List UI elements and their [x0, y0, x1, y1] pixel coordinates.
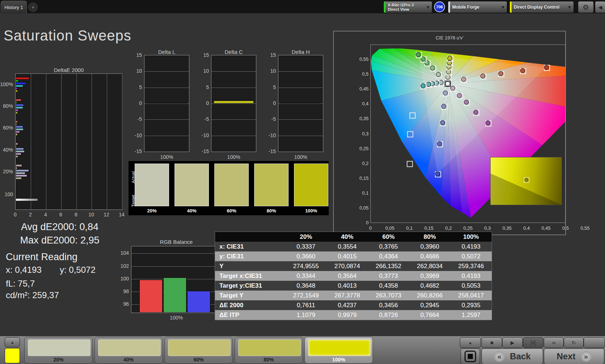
table-cell[interactable]: 0,5072: [450, 253, 492, 260]
chevrons-left-icon: «: [494, 351, 505, 362]
measurement-table: 20%40%60%80%100%x: CIE310,33370,35540,37…: [215, 232, 492, 320]
cie-zoom-inset[interactable]: [490, 157, 562, 205]
blank-button[interactable]: [584, 337, 605, 348]
meter-selector[interactable]: X-Rite i1Pro 3 Direct View ▼: [383, 1, 432, 13]
table-cell[interactable]: 270,0874: [327, 263, 368, 270]
deltae-bar-60%-red: [16, 120, 18, 123]
table-cell[interactable]: 0,3554: [327, 243, 368, 250]
table-cell[interactable]: 0,4237: [327, 302, 368, 309]
transport-up-button[interactable]: ▲: [460, 337, 481, 348]
table-cell[interactable]: 0,9979: [327, 312, 368, 319]
marker-button[interactable]: [•]: [523, 337, 543, 348]
sweep-swatch: [308, 339, 371, 356]
sweep-button-40%[interactable]: 40%: [94, 337, 163, 364]
stop-button[interactable]: ■: [482, 337, 502, 348]
table-cell[interactable]: 0,2945: [409, 302, 450, 309]
table-row: Y274,9555270,0874266,1352262,8034259,374…: [215, 261, 492, 271]
cie-y-tick: 0,05: [355, 205, 369, 211]
current-y: y: 0,5072: [60, 265, 96, 275]
sweep-button-20%[interactable]: 20%: [24, 337, 93, 364]
sweep-button-100%[interactable]: 100%: [304, 337, 373, 364]
table-cell[interactable]: 0,8726: [368, 312, 409, 319]
table-cell[interactable]: 0,4193: [450, 243, 492, 250]
rgb-bar-green: [163, 278, 186, 313]
deltae-bar-100%-red: [16, 77, 29, 80]
table-cell[interactable]: 0,4193: [450, 272, 492, 280]
measured-point-marker: [520, 68, 525, 73]
refresh-button[interactable]: ↻: [564, 337, 584, 348]
table-cell[interactable]: 260,8266: [409, 292, 450, 299]
table-cell[interactable]: 0,2935: [450, 302, 492, 309]
table-cell[interactable]: 0,3765: [368, 243, 409, 250]
table-cell[interactable]: 272,1549: [285, 292, 327, 299]
table-cell[interactable]: 1,2597: [450, 312, 492, 319]
measured-point-marker: [421, 84, 425, 88]
measurement-count-badge[interactable]: 706: [434, 1, 445, 12]
tab-history-1[interactable]: History 1: [1, 1, 27, 14]
table-cell[interactable]: 0,3564: [327, 272, 368, 280]
play-icon: ▶: [511, 340, 514, 346]
table-cell[interactable]: 0,4682: [409, 282, 450, 289]
display-control-selector[interactable]: Direct Display Control ▼: [509, 1, 574, 13]
table-cell[interactable]: 0,7664: [409, 312, 450, 319]
infinity-button[interactable]: ∞: [544, 337, 564, 348]
top-bar: History 1 + X-Rite i1Pro 3 Direct View ▼…: [0, 0, 605, 14]
gridline: [107, 74, 107, 209]
max-de2000: Max dE2000: 2,95: [4, 235, 116, 246]
sweep-button-80%[interactable]: 80%: [235, 337, 303, 364]
back-button[interactable]: « Back: [482, 348, 543, 364]
table-cell[interactable]: 266,1352: [368, 263, 409, 270]
play-button[interactable]: ▶: [502, 337, 523, 348]
current-color-chip[interactable]: [5, 348, 20, 363]
measured-point-marker: [441, 104, 446, 109]
compare-swatch-60%: [214, 164, 249, 206]
swatch-compare-panel: ActualTarget20%40%60%80%100%: [129, 161, 329, 215]
table-cell[interactable]: 0,4015: [327, 253, 368, 260]
refresh-icon: ↻: [572, 340, 576, 346]
table-cell[interactable]: 1,1079: [285, 312, 327, 319]
add-tab-button[interactable]: +: [28, 3, 38, 12]
table-cell[interactable]: 0,3660: [285, 253, 327, 260]
table-cell[interactable]: 274,9555: [285, 263, 327, 270]
table-cell[interactable]: 259,3746: [450, 263, 492, 270]
table-cell[interactable]: 0,4013: [327, 282, 368, 289]
y-tick-label: -10: [264, 132, 276, 138]
deltae-bar-20%-green: [16, 167, 17, 169]
pattern-up-button[interactable]: ▲: [5, 337, 20, 347]
table-cell[interactable]: 0,3344: [285, 272, 327, 280]
compare-swatch-100%: [294, 164, 328, 206]
sweep-label: 100%: [305, 357, 373, 363]
measured-point-marker: [525, 178, 528, 182]
cie-x-tick: 0,4: [519, 225, 534, 231]
table-cell[interactable]: 263,7073: [368, 292, 409, 299]
deltae-bar-60%-green: [16, 123, 17, 126]
table-cell[interactable]: 0,3648: [285, 282, 327, 289]
collapse-panel-button[interactable]: ◀: [595, 1, 605, 13]
table-cell[interactable]: 0,4364: [368, 253, 409, 260]
cie-x-tick: 0,25: [461, 225, 475, 231]
x-tick-label: 2: [26, 212, 35, 217]
next-button[interactable]: Next »: [544, 348, 604, 364]
stop-pattern-button[interactable]: [461, 348, 480, 364]
table-cell[interactable]: 262,8034: [409, 263, 450, 270]
table-cell[interactable]: 0,4358: [368, 282, 409, 289]
pattern-source-selector[interactable]: Mobile Forge ▼: [448, 1, 507, 13]
table-cell[interactable]: 0,3960: [409, 243, 450, 250]
measured-point-marker: [446, 75, 450, 79]
deltae-bar-60%-cyan: [16, 128, 24, 131]
table-cell[interactable]: 0,4686: [409, 253, 450, 260]
cie-y-tick: 0,35: [355, 116, 369, 121]
table-cell[interactable]: 0,3337: [285, 243, 327, 250]
sweep-button-60%[interactable]: 60%: [164, 337, 233, 364]
table-cell[interactable]: 267,3778: [327, 292, 368, 299]
table-cell[interactable]: 0,3969: [409, 272, 450, 280]
y-tick-label: -5: [197, 116, 209, 122]
table-cell[interactable]: 0,3456: [368, 302, 409, 309]
table-cell[interactable]: 0,5053: [450, 282, 492, 289]
deltae-bar-60%-yellow: [16, 133, 18, 136]
settings-button[interactable]: ⚙: [578, 1, 594, 13]
table-cell[interactable]: 0,7611: [285, 302, 327, 309]
deltae2000-plot: [15, 73, 122, 210]
table-cell[interactable]: 0,3773: [368, 272, 409, 280]
table-cell[interactable]: 258,0417: [450, 292, 492, 299]
